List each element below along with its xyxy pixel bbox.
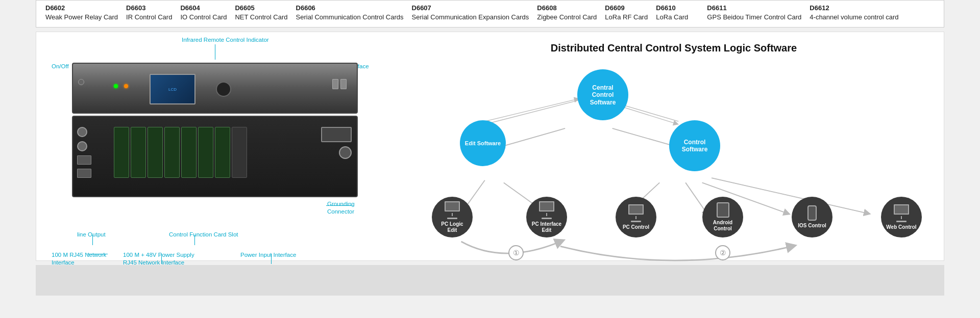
annotation-power-input: Power Input Interface	[240, 251, 296, 259]
device-bottom-unit	[72, 116, 358, 197]
card-slots-area	[114, 127, 247, 178]
rca-port-2	[77, 141, 87, 151]
table-cell-d6604: D6604 IO Control Card	[176, 3, 231, 23]
desc-d6604: IO Control Card	[180, 13, 227, 21]
usb-port-2	[340, 79, 347, 89]
power-led	[114, 84, 118, 88]
code-d6606: D6606	[296, 4, 404, 13]
left-ports	[77, 127, 91, 178]
annotation-control-card-slot: Control Function Card Slot	[169, 231, 238, 238]
table-cell-d6607: D6607 Serial Communication Expansion Car…	[408, 3, 533, 23]
card-slot-8	[232, 127, 247, 178]
annotation-ir-indicator: Infrared Remote Control Indicator	[182, 36, 269, 44]
rj45-port-2	[77, 169, 91, 178]
main-diagram-section: Infrared Remote Control Indicator On/Off…	[36, 32, 944, 261]
card-slot-1	[114, 127, 129, 178]
ground-connector	[339, 146, 352, 159]
monitor-screen-web	[894, 204, 909, 215]
annotation-grounding: Grounding Connector	[327, 200, 355, 216]
table-cell-d6609: D6609 LoRa RF Card	[601, 3, 652, 23]
monitor-icon-pc-interface	[539, 201, 554, 219]
node-central-control: Central Control Software	[577, 69, 628, 120]
code-d6603: D6603	[126, 4, 172, 13]
desc-d6612: 4-channel volume control card	[810, 13, 898, 21]
node-android-control: Android Control	[702, 197, 743, 237]
monitor-base	[447, 218, 457, 219]
diagram-arrows-svg	[414, 69, 934, 263]
desc-d6610: LoRa Card	[656, 13, 688, 21]
tablet-icon-android	[717, 202, 729, 218]
code-d6610: D6610	[656, 4, 699, 13]
right-section	[321, 127, 352, 159]
desc-d6611: GPS Beidou Timer Control Card	[707, 13, 801, 21]
card-slot-5	[181, 127, 197, 178]
desc-d6603: IR Control Card	[126, 13, 172, 21]
card-slot-6	[198, 127, 213, 178]
power-connector	[321, 127, 352, 142]
node-pc-control: PC Control	[616, 197, 656, 237]
on-off-button[interactable]	[78, 79, 84, 85]
desc-d6606: Serial Communication Control Cards	[296, 13, 404, 21]
monitor-stand-web	[901, 216, 902, 219]
code-d6607: D6607	[412, 4, 529, 13]
code-d6602: D6602	[45, 4, 118, 13]
card-slot-7	[215, 127, 230, 178]
code-d6605: D6605	[235, 4, 287, 13]
code-d6609: D6609	[605, 4, 648, 13]
power-indicator-led	[124, 84, 128, 88]
code-d6604: D6604	[180, 4, 227, 13]
table-cell-d6605: D6605 NET Control Card	[231, 3, 291, 23]
annotation-100m-48v: 100 M + 48V Power Supply RJ45 Network In…	[123, 251, 194, 267]
monitor-icon-web	[894, 204, 909, 222]
buttons-left	[78, 79, 84, 85]
desc-d6608: Zigbee Control Card	[537, 13, 597, 21]
desc-d6605: NET Control Card	[235, 13, 287, 21]
monitor-screen-2	[539, 201, 554, 211]
monitor-stand	[452, 213, 453, 216]
code-d6612: D6612	[810, 4, 898, 13]
bottom-strip	[36, 265, 944, 296]
marker-1: ①	[508, 245, 524, 260]
node-control-software: Control Software	[669, 120, 720, 171]
usb-ports	[332, 79, 347, 89]
node-pc-interface-edit: PC Interface Edit	[526, 197, 567, 237]
right-logic-diagram: Distributed Central Control System Logic…	[404, 32, 944, 260]
monitor-screen-3	[628, 204, 644, 215]
table-cell-d6612: D6612 4-channel volume control card	[805, 3, 902, 23]
rj45-port-1	[77, 155, 91, 165]
monitor-stand-2	[546, 213, 547, 216]
annotation-on-off: On/Off	[52, 63, 69, 70]
monitor-base-3	[631, 221, 641, 222]
rca-port-1	[77, 127, 87, 137]
ir-receiving-window	[216, 82, 231, 97]
table-cell-d6602: D6602 Weak Power Relay Card	[41, 3, 122, 23]
lcd-screen: LCD	[150, 74, 195, 104]
diagram-title: Distributed Central Control System Logic…	[414, 42, 934, 54]
table-cell-d6610: D6610 LoRa Card	[652, 3, 703, 23]
lcd-inner: LCD	[151, 75, 194, 103]
node-web-control: Web Control	[881, 197, 922, 237]
card-slot-2	[131, 127, 146, 178]
device-top-unit: LCD	[72, 63, 358, 114]
monitor-base-web	[896, 221, 906, 222]
svg-line-9	[485, 99, 577, 121]
node-edit-software: Edit Software	[460, 120, 506, 166]
desc-d6602: Weak Power Relay Card	[45, 13, 118, 21]
svg-line-1	[612, 128, 679, 147]
svg-line-0	[499, 128, 566, 147]
code-d6611: D6611	[707, 4, 801, 13]
logic-diagram: Central Control Software Edit Software C…	[414, 69, 934, 263]
card-slot-4	[164, 127, 180, 178]
desc-d6609: LoRa RF Card	[605, 13, 648, 21]
table-cell-d6611: D6611 GPS Beidou Timer Control Card	[703, 3, 805, 23]
node-ios-control: IOS Control	[792, 197, 832, 237]
node-pc-logic-edit: PC Logic Edit	[432, 197, 473, 237]
desc-d6607: Serial Communication Expansion Cards	[412, 13, 529, 21]
card-slot-3	[148, 127, 163, 178]
table-cell-d6603: D6603 IR Control Card	[122, 3, 176, 23]
left-device-diagram: Infrared Remote Control Indicator On/Off…	[36, 32, 404, 260]
monitor-base-2	[542, 218, 552, 219]
phone-icon-ios	[807, 205, 817, 221]
table-cell-d6606: D6606 Serial Communication Control Cards	[292, 3, 408, 23]
top-cards-table: D6602 Weak Power Relay Card D6603 IR Con…	[36, 0, 944, 28]
